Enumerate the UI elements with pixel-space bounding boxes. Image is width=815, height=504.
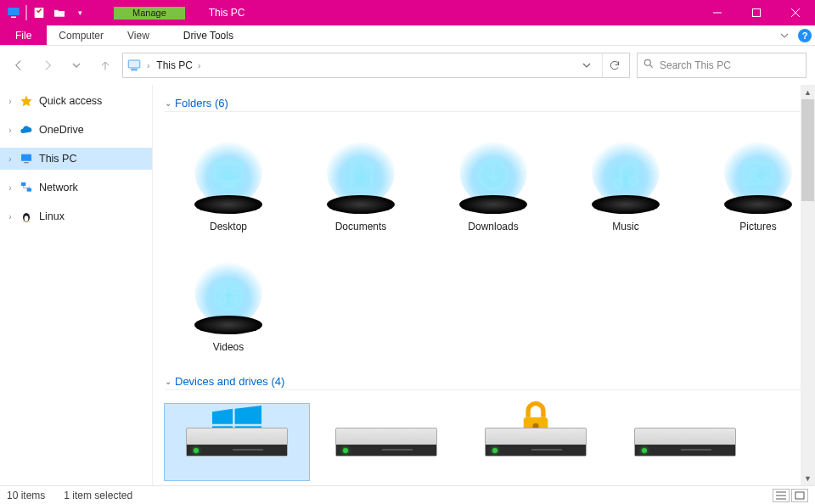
nav-label: OneDrive: [39, 124, 84, 136]
nav-label: Network: [39, 182, 78, 193]
ribbon-tabs: File Computer View Drive Tools ?: [0, 25, 815, 46]
qat-properties-icon[interactable]: [31, 4, 48, 21]
minimize-button[interactable]: [698, 0, 737, 25]
expand-icon[interactable]: ›: [5, 126, 15, 135]
up-button[interactable]: [95, 55, 115, 76]
ribbon-collapse-icon[interactable]: [774, 25, 795, 45]
forward-button[interactable]: [37, 55, 58, 76]
window-title: This PC: [209, 7, 245, 19]
search-icon: [643, 58, 655, 73]
help-button[interactable]: ?: [795, 25, 815, 45]
quick-access-toolbar: ▾: [0, 0, 88, 25]
svg-rect-9: [21, 182, 25, 186]
network-icon: [19, 180, 34, 195]
chevron-down-icon: ⌄: [165, 377, 171, 386]
svg-rect-13: [215, 162, 243, 181]
folder-icon: [579, 126, 672, 219]
breadcrumb-chevron-icon[interactable]: ›: [147, 61, 149, 70]
drives-grid: [165, 395, 807, 485]
contextual-tab-group-label: Manage: [114, 7, 185, 20]
ribbon-tab-drive-tools[interactable]: Drive Tools: [171, 25, 245, 45]
refresh-button[interactable]: [602, 53, 626, 77]
nav-item-network[interactable]: › Network: [0, 176, 152, 199]
ribbon-tab-view[interactable]: View: [115, 25, 161, 45]
file-tab[interactable]: File: [0, 25, 47, 45]
penguin-icon: [19, 209, 34, 224]
app-icon: [5, 4, 22, 21]
nav-item-quick-access[interactable]: › Quick access: [0, 90, 152, 112]
svg-point-21: [219, 288, 225, 294]
nav-item-onedrive[interactable]: › OneDrive: [0, 119, 152, 141]
address-dropdown-button[interactable]: [575, 53, 599, 77]
location-icon: [126, 58, 142, 73]
title-bar: ▾ Manage This PC: [0, 0, 815, 25]
folder-item-desktop[interactable]: Desktop: [165, 126, 292, 232]
section-title: Folders (6): [175, 97, 228, 109]
nav-item-linux[interactable]: › Linux: [0, 205, 152, 227]
drive-icon: [186, 428, 288, 456]
nav-label: Linux: [39, 210, 65, 222]
folder-item-videos[interactable]: Videos: [165, 246, 292, 353]
svg-rect-4: [128, 60, 140, 68]
svg-rect-0: [8, 8, 20, 15]
breadcrumb-location[interactable]: This PC: [156, 59, 193, 71]
qat-new-folder-icon[interactable]: [51, 4, 68, 21]
address-bar[interactable]: › This PC ›: [122, 53, 630, 78]
folder-icon: [314, 126, 408, 219]
folder-label: Music: [612, 221, 638, 232]
drive-item-os[interactable]: [165, 404, 309, 480]
scroll-down-icon[interactable]: ▼: [801, 471, 815, 485]
breadcrumb-chevron-icon[interactable]: ›: [198, 61, 200, 70]
svg-rect-8: [24, 162, 28, 163]
folder-item-music[interactable]: Music: [562, 126, 689, 232]
recent-locations-button[interactable]: [66, 55, 87, 76]
search-input[interactable]: [660, 59, 801, 71]
folder-item-downloads[interactable]: Downloads: [430, 126, 557, 232]
search-box[interactable]: [637, 53, 807, 78]
expand-icon[interactable]: ›: [5, 97, 15, 106]
svg-rect-14: [222, 184, 235, 188]
svg-rect-10: [27, 188, 31, 192]
svg-point-6: [644, 59, 650, 65]
svg-point-24: [232, 297, 238, 303]
drive-item-locked[interactable]: [464, 404, 608, 480]
back-button[interactable]: [8, 55, 29, 76]
folder-label: Videos: [213, 341, 244, 353]
ribbon-tab-computer[interactable]: Computer: [47, 25, 115, 45]
nav-item-this-pc[interactable]: › This PC: [0, 148, 152, 170]
expand-icon[interactable]: ›: [5, 212, 15, 221]
svg-rect-2: [35, 8, 44, 18]
drive-item[interactable]: [613, 404, 757, 480]
svg-point-20: [215, 282, 243, 310]
qat-divider: [25, 5, 27, 20]
folder-label: Downloads: [468, 221, 518, 232]
view-details-button[interactable]: [773, 489, 790, 502]
svg-rect-5: [132, 70, 137, 71]
svg-point-12: [25, 216, 29, 221]
vertical-scrollbar[interactable]: ▲ ▼: [801, 85, 815, 485]
section-header-drives[interactable]: ⌄ Devices and drives (4): [165, 375, 807, 390]
maximize-button[interactable]: [737, 0, 776, 25]
folder-label: Pictures: [739, 221, 776, 232]
qat-customize-icon[interactable]: ▾: [71, 4, 88, 21]
close-button[interactable]: [776, 0, 815, 25]
folder-icon: [182, 246, 275, 339]
navigation-toolbar: › This PC ›: [0, 46, 815, 85]
folder-item-pictures[interactable]: Pictures: [694, 126, 815, 232]
expand-icon[interactable]: ›: [5, 154, 15, 164]
view-large-icons-button[interactable]: [791, 489, 808, 502]
svg-point-22: [232, 288, 238, 294]
drive-item[interactable]: [314, 404, 458, 480]
status-item-count: 10 items: [7, 490, 45, 501]
folder-label: Desktop: [210, 221, 247, 232]
svg-rect-28: [795, 492, 804, 499]
expand-icon[interactable]: ›: [5, 183, 15, 193]
section-header-folders[interactable]: ⌄ Folders (6): [165, 97, 807, 112]
folder-item-documents[interactable]: Documents: [297, 126, 424, 232]
scroll-up-icon[interactable]: ▲: [801, 85, 815, 99]
folder-icon: [182, 126, 275, 219]
svg-point-16: [614, 180, 621, 188]
scroll-thumb[interactable]: [801, 99, 814, 201]
chevron-down-icon: ⌄: [165, 98, 171, 108]
folders-grid: Desktop Documents Downloads: [165, 117, 807, 368]
